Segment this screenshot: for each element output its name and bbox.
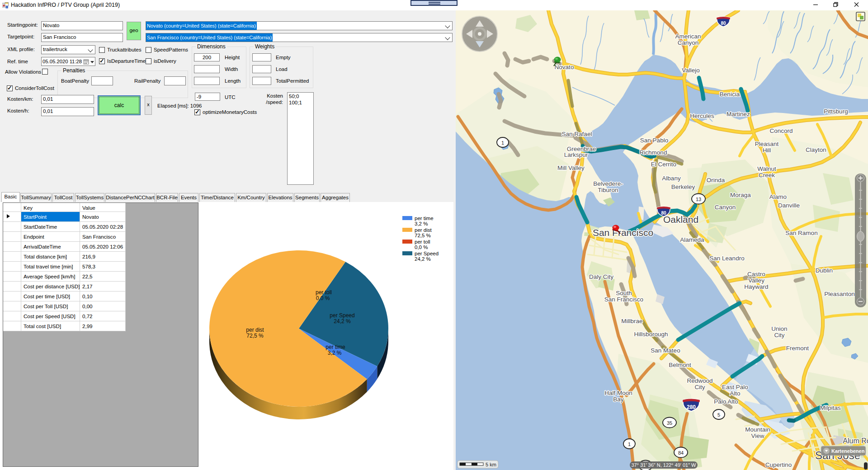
svg-text:View: View <box>751 432 764 439</box>
svg-text:0,0 %: 0,0 % <box>316 295 330 301</box>
svg-text:Redwood: Redwood <box>687 377 712 384</box>
svg-text:Hill: Hill <box>763 147 771 154</box>
svg-text:San Francisco: San Francisco <box>604 296 643 303</box>
svg-text:Bay: Bay <box>613 396 624 403</box>
svg-text:Alum Ro: Alum Ro <box>843 437 868 445</box>
svg-text:Orinda: Orinda <box>707 177 725 183</box>
svg-text:San Ramon: San Ramon <box>785 230 817 236</box>
svg-text:80: 80 <box>721 21 726 26</box>
svg-text:Clayton: Clayton <box>806 146 826 153</box>
svg-text:per dist: per dist <box>246 327 264 333</box>
svg-text:per dist: per dist <box>415 227 432 233</box>
svg-text:Daly City: Daly City <box>589 273 613 280</box>
svg-text:Milpitas: Milpitas <box>820 404 841 411</box>
svg-text:San Pablo: San Pablo <box>640 137 668 144</box>
svg-text:Benicia: Benicia <box>720 91 740 98</box>
svg-text:City: City <box>774 332 784 338</box>
svg-text:Union: Union <box>771 325 787 332</box>
svg-text:Canyon: Canyon <box>715 204 736 211</box>
svg-text:5 km: 5 km <box>486 462 496 467</box>
svg-text:Vallejo: Vallejo <box>682 67 700 74</box>
svg-text:Alto: Alto <box>730 390 740 397</box>
svg-text:84: 84 <box>678 450 684 456</box>
svg-text:San Mateo: San Mateo <box>651 347 680 354</box>
svg-text:0,0 %: 0,0 % <box>415 244 428 250</box>
svg-text:Richmond: Richmond <box>640 149 667 156</box>
svg-text:37° 31′ 36″ N, 122° 49′ 01″ W: 37° 31′ 36″ N, 122° 49′ 01″ W <box>631 462 696 468</box>
svg-text:280: 280 <box>687 404 696 410</box>
svg-text:Danville: Danville <box>778 202 800 209</box>
svg-text:Martinez: Martinez <box>726 111 750 118</box>
svg-text:Kartenebenen: Kartenebenen <box>831 448 865 454</box>
svg-text:3,2 %: 3,2 % <box>328 350 342 356</box>
svg-text:Belvedere-: Belvedere- <box>593 180 623 187</box>
svg-text:American: American <box>675 33 701 40</box>
svg-text:per time: per time <box>326 344 345 350</box>
svg-text:Half Moon: Half Moon <box>604 390 632 396</box>
svg-text:Alameda: Alameda <box>680 236 704 243</box>
svg-text:Pleasanton: Pleasanton <box>824 291 855 297</box>
svg-text:Moraga: Moraga <box>730 192 751 198</box>
svg-text:Creek: Creek <box>759 172 775 179</box>
svg-text:Larkspur: Larkspur <box>564 151 588 158</box>
svg-text:Belmont: Belmont <box>669 362 691 368</box>
svg-text:Novato: Novato <box>555 64 574 70</box>
svg-text:Tiburon: Tiburon <box>598 187 618 193</box>
svg-text:35: 35 <box>667 420 672 426</box>
svg-text:El Cerrito: El Cerrito <box>651 161 676 168</box>
svg-text:Pleasant: Pleasant <box>755 141 779 147</box>
svg-text:Canyon: Canyon <box>678 39 699 46</box>
svg-text:Palo Alto: Palo Alto <box>714 398 738 405</box>
svg-text:72,5 %: 72,5 % <box>246 333 264 339</box>
svg-text:East Palo: East Palo <box>722 384 748 390</box>
svg-text:Valley: Valley <box>748 277 764 284</box>
svg-text:per Speed: per Speed <box>330 312 354 319</box>
svg-text:1: 1 <box>501 140 504 146</box>
svg-text:Mountain: Mountain <box>745 426 770 433</box>
svg-text:City: City <box>694 384 705 390</box>
svg-text:San Francisco: San Francisco <box>593 227 653 238</box>
svg-text:Hillsborough: Hillsborough <box>634 331 668 338</box>
svg-text:Millbrae: Millbrae <box>621 318 642 324</box>
svg-text:1: 1 <box>628 442 631 447</box>
svg-text:24,2 %: 24,2 % <box>334 318 351 324</box>
svg-text:Pittsburg: Pittsburg <box>824 108 848 115</box>
svg-text:Castro: Castro <box>747 271 765 277</box>
svg-text:San Leandro: San Leandro <box>709 255 744 262</box>
svg-text:13: 13 <box>696 197 701 202</box>
svg-text:San Rafael: San Rafael <box>562 131 592 137</box>
svg-text:per time: per time <box>415 216 434 221</box>
svg-text:Hercules: Hercules <box>690 113 714 119</box>
svg-text:Fremont: Fremont <box>786 345 809 352</box>
svg-text:Albany: Albany <box>662 175 681 182</box>
svg-text:72,5 %: 72,5 % <box>415 233 431 238</box>
svg-text:per toll: per toll <box>316 289 332 296</box>
svg-text:South: South <box>616 290 632 296</box>
svg-text:3,2 %: 3,2 % <box>415 221 428 226</box>
svg-text:per toll: per toll <box>415 239 430 244</box>
svg-text:5: 5 <box>717 412 720 418</box>
svg-text:Walnut: Walnut <box>757 165 776 172</box>
svg-text:Dublin: Dublin <box>816 267 833 274</box>
svg-text:Berkeley: Berkeley <box>671 183 695 190</box>
svg-text:per Speed: per Speed <box>415 251 439 256</box>
svg-text:Concord: Concord <box>769 127 793 134</box>
svg-text:24,2 %: 24,2 % <box>415 256 431 262</box>
svg-text:Cupertino: Cupertino <box>765 461 792 468</box>
svg-text:Alamo: Alamo <box>769 193 787 200</box>
svg-text:Oakland: Oakland <box>663 214 698 225</box>
svg-text:Hayward: Hayward <box>744 283 768 290</box>
svg-text:Mill Valley: Mill Valley <box>557 164 585 171</box>
